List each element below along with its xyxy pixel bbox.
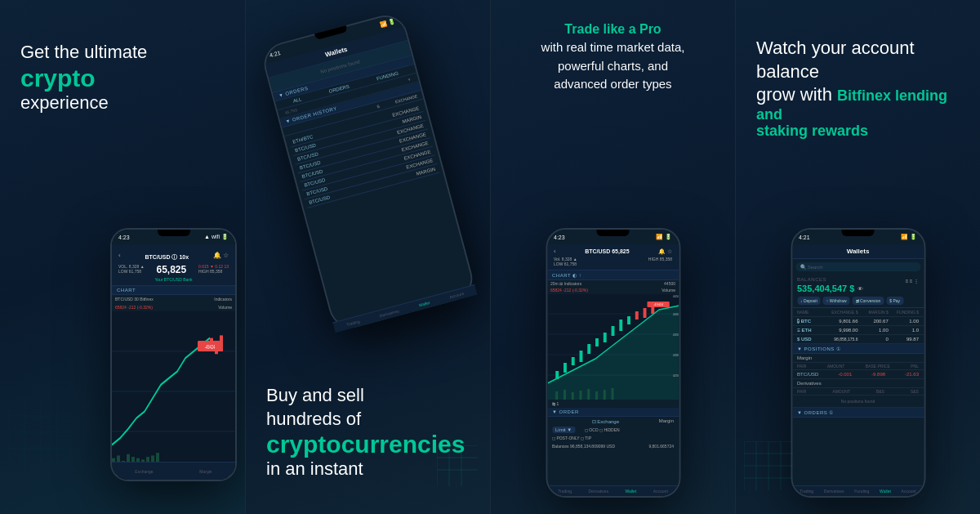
panel3-line1: Trade like a Pro (507, 20, 719, 38)
panel2-line4: in an instant (266, 458, 465, 481)
phone-screen-1: 4:23 ▲ wifi 🔋 ‹ BTC/USD ⓘ 10x 🔔 ☆ VOL. 8… (112, 230, 235, 480)
svg-rect-41 (579, 351, 582, 362)
svg-rect-53 (555, 391, 558, 400)
svg-rect-45 (611, 326, 614, 336)
pay-btn[interactable]: $ Pay (886, 297, 903, 305)
svg-rect-59 (603, 390, 605, 400)
chart-section-3: CHART ◐ ↑ (547, 270, 679, 280)
svg-rect-40 (571, 357, 574, 365)
chart-icons-row: ⇆ 1 (547, 400, 679, 408)
svg-rect-39 (564, 363, 567, 373)
panel2-line3: cryptocurrencies (266, 431, 465, 458)
panel-1: Get the ultimate crypto experience 4:23 … (0, 0, 245, 514)
tab-bar-4: Trading Derivatives Funding Wallet Accou… (792, 485, 924, 496)
derivatives-label: Derivatives (792, 379, 924, 388)
svg-text:43000: 43000 (672, 353, 679, 357)
deposit-btn[interactable]: ↓ Deposit (797, 297, 821, 305)
headline-line1: Get the ultimate (20, 41, 147, 65)
svg-text:-49424: -49424 (205, 344, 215, 350)
phone-header-3: ‹ BTC/USD 65,825 🔔 ☆ Vol. 8,328 ▲LOW 61,… (547, 244, 679, 270)
chart-svg-3: -49424 44500 44000 43500 43000 42500 (547, 293, 679, 400)
order-section-3: ▼ ORDER (547, 408, 679, 417)
svg-text:44500: 44500 (672, 294, 679, 298)
wallets-header-4: Wallets (792, 244, 924, 259)
tab-bar-1: Exchange Margin (112, 462, 235, 480)
order-balances: Balances 96,858,134.809099 USD 9,801.665… (547, 442, 679, 450)
phone-mockup-2: 4:21 📶 🔋 Wallets No positions found ▼ OR… (259, 11, 477, 333)
svg-text:43500: 43500 (672, 333, 679, 337)
svg-rect-57 (587, 389, 590, 400)
phone-screen-4: 4:21 📶 🔋 Wallets 🔍 Search BALANCES ≡ ≡ ⋮… (792, 230, 924, 496)
status-time-1: 4:23 (118, 235, 130, 240)
wallet-search-4[interactable]: 🔍 Search (795, 262, 920, 271)
chart-area-1: -49424 (112, 311, 235, 472)
order-type-selector: Limit ▼ ◻ OCO ◻ HIDDEN (547, 426, 679, 434)
phone-screen-3: 4:23 📶 🔋 ‹ BTC/USD 65,825 🔔 ☆ Vol. 8,328… (547, 230, 679, 496)
position-row: BTC/USD -0.001 -9.898 -21.63 (792, 370, 924, 379)
phone-mockup-1: 4:23 ▲ wifi 🔋 ‹ BTC/USD ⓘ 10x 🔔 ☆ VOL. 8… (110, 228, 237, 481)
positions-type: Margin (792, 354, 924, 363)
panel-4-text: Watch your account balance grow with Bit… (756, 20, 960, 139)
status-icons-1: ▲ wifi 🔋 (204, 234, 229, 240)
balance-label: BALANCES (797, 277, 826, 282)
derivatives-header: PAIRAMOUNTB&SS&S (792, 388, 924, 396)
panel-4: Watch your account balance grow with Bit… (735, 0, 980, 514)
panel4-line3: staking rewards (756, 123, 960, 140)
assets-header: NAME EXCHANGE $ MARGIN $ FUNDING $ (792, 308, 924, 317)
panel3-line2: with real time market data, (507, 38, 719, 57)
conversion-btn[interactable]: ⇄ Conversion (853, 297, 884, 305)
svg-rect-55 (571, 392, 573, 400)
no-positions-found: No positions found (792, 396, 924, 408)
positions-header: PAIRAMOUNTBASE PRICEPNL (792, 363, 924, 370)
asset-row-usd: $ USD 98,858,175.6 0 99.87 (792, 335, 924, 344)
asset-row-btc: ₿ BTC 9,801.66 200.67 1.00 (792, 317, 924, 326)
tab-account-4[interactable]: Account (902, 489, 916, 494)
orders-section-4: ▼ ORDERS ① (792, 408, 924, 418)
panel2-line2: hundreds of (266, 408, 465, 431)
panel2-line1: Buy and sell (266, 384, 465, 408)
svg-rect-48 (635, 311, 638, 320)
svg-text:44000: 44000 (672, 312, 679, 316)
tab-bar-3: Trading Derivatives Wallet Account (547, 485, 679, 496)
phone-notch-3 (597, 230, 630, 236)
panel3-line3: powerful charts, and (507, 57, 719, 76)
grid-decoration-2 (437, 445, 478, 489)
phone-header-1: ‹ BTC/USD ⓘ 10x 🔔 ☆ VOL. 8,328 ▲ LOW 61,… (112, 244, 235, 286)
order-tabs-3: ⊡ Exchange Margin (547, 417, 679, 426)
grid-decoration-1 (8, 400, 74, 465)
status-time-2: 4:21 (269, 50, 281, 58)
phone-mockup-3: 4:23 📶 🔋 ‹ BTC/USD 65,825 🔔 ☆ Vol. 8,328… (546, 228, 680, 498)
balance-amount: 535,404,547 $ (797, 284, 854, 293)
svg-rect-54 (564, 390, 566, 400)
phone-price-1: 65,825 (157, 264, 187, 275)
phone-notch-1 (158, 230, 190, 236)
phone-notch-4 (842, 230, 875, 236)
panel3-line4: advanced order types (507, 75, 719, 94)
svg-rect-46 (619, 320, 622, 331)
svg-text:42500: 42500 (672, 373, 679, 378)
tab-bar-2: Trading Derivatives Wallet Account (332, 284, 475, 331)
tab-derivatives-4[interactable]: Derivatives (824, 489, 844, 494)
panel-2-text: Buy and sell hundreds of cryptocurrencie… (266, 384, 465, 481)
headline-line2: crypto (20, 65, 147, 92)
tab-trading-4[interactable]: Trading (800, 489, 813, 494)
phone-screen-2: 4:21 📶 🔋 Wallets No positions found ▼ OR… (261, 12, 474, 330)
panel-3-text: Trade like a Pro with real time market d… (491, 20, 735, 94)
panel-1-text: Get the ultimate crypto experience (20, 25, 147, 114)
panel-2: 4:21 📶 🔋 Wallets No positions found ▼ OR… (245, 0, 490, 514)
chart-svg-1: -49424 (112, 311, 235, 472)
panel-3: Trade like a Pro with real time market d… (490, 0, 735, 514)
phone-mockup-2-wrapper: 4:21 📶 🔋 Wallets No positions found ▼ OR… (259, 11, 477, 333)
svg-rect-60 (611, 388, 613, 400)
svg-rect-38 (555, 371, 559, 379)
balance-actions: ↓ Deposit ↑ Withdraw ⇄ Conversion $ Pay (797, 297, 919, 305)
tab-wallet-4[interactable]: Wallet (880, 489, 891, 494)
tab-funding-4[interactable]: Funding (854, 489, 869, 494)
svg-rect-43 (595, 338, 599, 346)
order-checkboxes: ◻ POST-ONLY ◻ TIP (547, 434, 679, 442)
phone-ticker-1: BTC/USD ⓘ 10x (145, 254, 189, 260)
svg-rect-44 (603, 333, 606, 342)
withdraw-btn[interactable]: ↑ Withdraw (823, 297, 850, 305)
phone-mockup-4: 4:21 📶 🔋 Wallets 🔍 Search BALANCES ≡ ≡ ⋮… (791, 228, 925, 498)
svg-rect-42 (587, 344, 590, 354)
